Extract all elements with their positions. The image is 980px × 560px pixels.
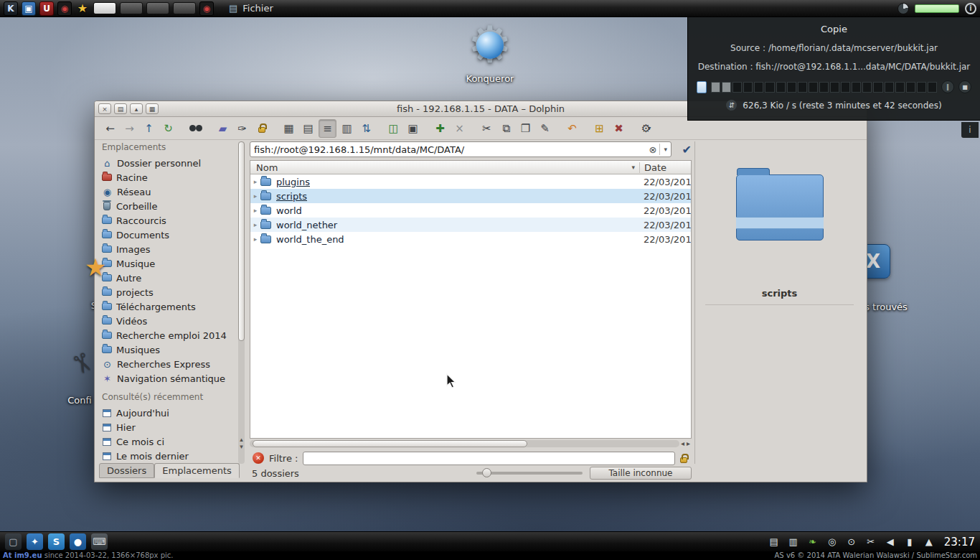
lock-panels-button[interactable] — [253, 119, 270, 138]
expand-icon[interactable]: ▸ — [250, 207, 260, 214]
slider-handle[interactable] — [482, 468, 491, 477]
sidebar-item-music[interactable]: Musique — [99, 256, 237, 271]
file-name[interactable]: scripts — [271, 191, 639, 202]
scrollbar-thumb[interactable] — [238, 141, 245, 341]
pause-button[interactable]: ‖ — [941, 80, 954, 93]
scroll-arrows[interactable]: ◂ ▸ — [681, 439, 692, 447]
close-window-button[interactable]: × — [98, 103, 111, 114]
size-button[interactable]: Taille inconnue — [590, 467, 692, 480]
accept-location-icon[interactable]: ✔ — [682, 143, 692, 157]
tray-volume-icon[interactable]: ◀ — [883, 535, 897, 549]
scroll-left-icon[interactable]: ◂ — [681, 439, 684, 447]
sidebar-item-jobsearch[interactable]: Recherche emploi 2014 — [99, 328, 237, 342]
tray-clipboard-icon[interactable]: ▥ — [786, 535, 801, 549]
file-name[interactable]: plugins — [271, 177, 639, 187]
sidebar-item-express-search[interactable]: ⊙Recherches Express — [99, 357, 237, 371]
rename-button[interactable]: ✎ — [536, 119, 554, 138]
column-header-name[interactable]: Nom — [250, 162, 631, 173]
delete-button[interactable]: ✖ — [610, 119, 628, 138]
file-name[interactable]: world — [271, 205, 639, 216]
lock-icon[interactable] — [680, 457, 687, 463]
taskbar-window-button[interactable] — [93, 2, 116, 14]
location-text[interactable]: fish://root@192.168.1.15/mnt/data/MC/DAT… — [254, 144, 646, 155]
preview-button[interactable]: ▣ — [404, 119, 422, 138]
dock-blue-app-icon[interactable]: ● — [70, 533, 86, 550]
sidebar-item-yesterday[interactable]: Hier — [99, 420, 237, 434]
sidebar-item-trash[interactable]: Corbeille — [99, 199, 237, 213]
sidebar-item-musiques[interactable]: Musiques — [99, 342, 237, 357]
notifier-widget[interactable]: i — [961, 122, 979, 138]
up-button[interactable]: ↑ — [140, 119, 158, 138]
undo-button[interactable]: ↶ — [563, 119, 581, 138]
timer-widget-icon[interactable] — [897, 3, 909, 14]
find-button[interactable] — [187, 119, 204, 138]
scrollbar-groove[interactable] — [250, 440, 679, 447]
tray-eye-icon[interactable]: ⊙ — [844, 535, 859, 549]
dock-keyboard-icon[interactable]: ⌨ — [91, 533, 108, 550]
global-menu[interactable]: ▤ Fichier — [229, 3, 273, 14]
dock-search-icon[interactable]: ✦ — [27, 533, 43, 550]
view-details-button[interactable]: ≡ — [319, 119, 336, 138]
scroll-up-icon[interactable]: ▴ — [240, 436, 243, 443]
taskbar-window-button[interactable] — [146, 2, 169, 14]
file-name[interactable]: world_nether — [271, 220, 639, 230]
sidebar-item-today[interactable]: Aujourd'hui — [99, 406, 237, 420]
edit-document-button[interactable]: ✑ — [233, 119, 251, 138]
clock[interactable]: 23:17 — [944, 536, 975, 549]
sidebar-item-this-month[interactable]: Ce mois ci — [99, 434, 237, 449]
tray-network-icon[interactable]: ▲ — [922, 535, 936, 549]
sidebar-item-network[interactable]: ◉Réseau — [99, 185, 237, 199]
scroll-down-icon[interactable]: ▾ — [240, 443, 243, 450]
sidebar-item-projects[interactable]: projects — [99, 285, 237, 299]
view-icons-button[interactable]: ▦ — [280, 119, 298, 138]
zoom-slider[interactable] — [476, 472, 583, 475]
new-folder-button[interactable]: ⊞ — [590, 119, 608, 138]
split-view-button[interactable]: ◫ — [385, 119, 402, 138]
settings-button[interactable]: ⚙▾ — [637, 119, 655, 138]
sidebar-scroll-arrows[interactable]: ▴ ▾ — [237, 436, 246, 450]
sidebar-item-shortcuts[interactable]: Raccourcis — [99, 213, 237, 228]
minimize-button[interactable]: ▴ — [130, 103, 143, 114]
sidebar-scrollbar[interactable] — [238, 141, 245, 464]
sidebar-item-root[interactable]: Racine — [99, 170, 237, 185]
sidebar-item-downloads[interactable]: Téléchargements — [99, 299, 237, 314]
clear-location-icon[interactable]: ⊗ — [649, 144, 657, 155]
file-row[interactable]: ▸ world 22/03/201 — [250, 203, 691, 218]
file-row[interactable]: ▸ scripts 22/03/201 — [250, 189, 691, 203]
view-columns-button[interactable]: ▥ — [338, 119, 356, 138]
launcher-dark-icon[interactable]: ◉ — [199, 1, 214, 16]
location-bar[interactable]: fish://root@192.168.1.15/mnt/data/MC/DAT… — [250, 141, 672, 157]
tray-device-icon[interactable]: ▤ — [767, 535, 781, 549]
forward-button[interactable]: → — [121, 119, 138, 138]
expand-icon[interactable]: ▸ — [250, 178, 260, 185]
file-row[interactable]: ▸ world_nether 22/03/201 — [250, 218, 691, 232]
tray-lens-icon[interactable]: ◎ — [825, 535, 839, 549]
expand-icon[interactable]: ▸ — [250, 192, 260, 200]
tray-scissors-icon[interactable]: ✂ — [864, 535, 878, 549]
sidebar-item-other[interactable]: Autre — [99, 271, 237, 285]
launcher-u-icon[interactable]: U — [39, 1, 54, 16]
keep-above-button[interactable]: ▤ — [114, 103, 127, 114]
copy-button[interactable]: ⧉ — [497, 119, 515, 138]
dock-s-app-icon[interactable]: S — [48, 533, 65, 550]
location-dropdown-icon[interactable]: ▾ — [659, 144, 667, 155]
tray-battery-icon[interactable]: ▮ — [903, 535, 917, 549]
sidebar-item-documents[interactable]: Documents — [99, 228, 237, 242]
new-tab-button[interactable]: ✚ — [431, 119, 449, 138]
cut-button[interactable]: ✂ — [478, 119, 496, 138]
sidebar-item-semantic[interactable]: ✶Navigation sémantique — [99, 371, 237, 386]
column-header-row[interactable]: Nom ▾ Date — [250, 161, 691, 174]
sort-caret-icon[interactable]: ▾ — [631, 164, 639, 171]
sidebar-item-last-month[interactable]: Le mois dernier — [99, 449, 237, 463]
sidebar-item-videos[interactable]: Vidéos — [99, 314, 237, 328]
sort-button[interactable]: ⇅ — [357, 119, 375, 138]
expand-icon[interactable]: ▸ — [250, 235, 260, 243]
launcher-window-icon[interactable]: ▣ — [22, 1, 36, 16]
scroll-right-icon[interactable]: ▸ — [687, 439, 690, 447]
file-row[interactable]: ▸ world_the_end 22/03/201 — [250, 232, 691, 246]
favorites-star-icon[interactable]: ★ — [75, 1, 90, 16]
tab-folders[interactable]: Dossiers — [99, 463, 154, 478]
clear-filter-button[interactable]: ✕ — [253, 452, 264, 464]
view-compact-button[interactable]: ▤ — [299, 119, 317, 138]
desktop-star-icon[interactable]: ★ — [85, 253, 106, 281]
